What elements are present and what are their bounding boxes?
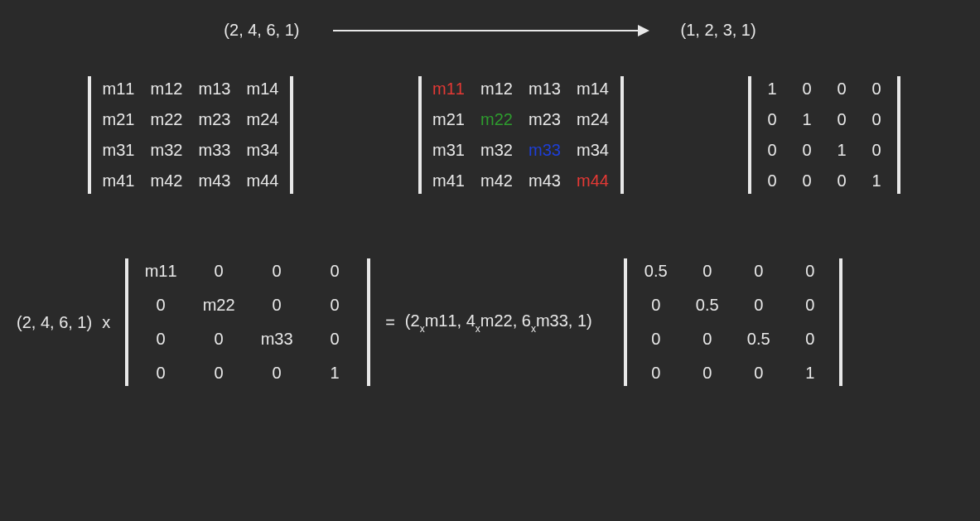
arrow-right-icon	[333, 30, 648, 31]
matrix-row: 0 0 0 1	[760, 171, 889, 191]
matrix-cell: m34	[244, 141, 282, 160]
output-tuple: (1, 2, 3, 1)	[681, 21, 756, 40]
matrix-cell: 0	[829, 110, 854, 129]
matrix-cell: m22	[195, 296, 243, 315]
matrix-cell: 0	[635, 364, 677, 383]
matrix-row: m21 m22 m23 m24	[99, 110, 282, 129]
matrix-cell: 0	[311, 330, 359, 349]
matrix-cell: 0	[687, 364, 728, 383]
bracket-left-icon	[418, 76, 422, 194]
matrix-cell: 1	[311, 364, 359, 383]
matrix-cell: m42	[147, 171, 186, 191]
matrix-cell-m33: m33	[526, 141, 564, 160]
matrix-cell: 1	[760, 80, 784, 99]
bracket-right-icon	[839, 258, 842, 386]
bracket-left-icon	[125, 258, 128, 386]
matrix-row: m11 m12 m13 m14	[99, 80, 282, 99]
bracket-right-icon	[290, 76, 293, 194]
matrix-row: m31 m32 m33 m34	[99, 141, 282, 160]
multiply-sign: x	[102, 313, 110, 332]
matrix-cell-m44: m44	[574, 171, 612, 191]
matrix-cell: 0	[195, 364, 243, 383]
matrix-row: 0 1 0 0	[760, 110, 889, 129]
matrix-row: m21 m22 m23 m24	[430, 110, 612, 129]
matrix-cell: 0	[253, 296, 301, 315]
equation-result: (2xm11, 4xm22, 6xm33, 1)	[405, 311, 592, 333]
matrix-cell: m34	[574, 141, 612, 160]
result-part: m22, 6	[480, 311, 531, 330]
matrix-cell: 0.5	[738, 330, 780, 349]
matrix-cell: 0	[195, 330, 243, 349]
matrix-cell: 0	[137, 364, 185, 383]
matrix-body: m11 0 0 0 0 m22 0 0 0 0 m33 0 0 0 0 1	[133, 255, 362, 389]
matrix-cell: m11	[137, 262, 185, 281]
matrix-cell: m14	[574, 80, 612, 99]
matrix-row: 0 0 m33 0	[137, 330, 359, 349]
result-part: m11, 4	[425, 311, 476, 330]
matrix-body: 0.5 0 0 0 0 0.5 0 0 0 0 0.5 0 0 0 0 1	[632, 255, 834, 389]
matrix-cell: 0	[311, 262, 359, 281]
matrix-identity: 1 0 0 0 0 1 0 0 0 0 1 0 0 0 0 1	[743, 73, 905, 197]
matrix-row: m31 m32 m33 m34	[430, 141, 612, 160]
matrix-cell: 0	[137, 296, 185, 315]
matrix-cell: m31	[430, 141, 468, 160]
equation-row: (2, 4, 6, 1) x m11 0 0 0 0 m22 0 0 0 0 m…	[0, 197, 980, 389]
matrix-cell: 1	[864, 171, 889, 191]
equation-vector: (2, 4, 6, 1)	[17, 313, 92, 332]
result-part: (2	[405, 311, 420, 330]
matrix-cell: 0	[738, 364, 780, 383]
matrices-row: m11 m12 m13 m14 m21 m22 m23 m24 m31 m32 …	[0, 73, 980, 197]
matrix-cell: 0	[738, 296, 780, 315]
matrix-cell: 0	[738, 262, 780, 281]
matrix-cell: 0	[789, 330, 831, 349]
matrix-cell: 0	[794, 80, 819, 99]
matrix-cell: 0.5	[635, 262, 677, 281]
matrix-generic: m11 m12 m13 m14 m21 m22 m23 m24 m31 m32 …	[83, 73, 298, 197]
matrix-cell: 0	[253, 364, 301, 383]
matrix-cell: m24	[244, 110, 282, 129]
matrix-cell: m23	[196, 110, 234, 129]
matrix-cell: m33	[253, 330, 301, 349]
matrix-cell: 0	[789, 296, 831, 315]
matrix-cell: m13	[526, 80, 564, 99]
matrix-cell: 0	[789, 262, 831, 281]
equals-sign: =	[385, 313, 395, 332]
matrix-diagonal: m11 0 0 0 0 m22 0 0 0 0 m33 0 0 0 0 1	[120, 255, 375, 389]
matrix-row: 0 m22 0 0	[137, 296, 359, 315]
subscript-x: x	[531, 323, 536, 335]
matrix-cell: m21	[430, 110, 468, 129]
matrix-row: m11 0 0 0	[137, 262, 359, 281]
matrix-cell: m31	[99, 141, 138, 160]
matrix-cell: m12	[147, 80, 186, 99]
matrix-cell: m24	[574, 110, 612, 129]
input-tuple: (2, 4, 6, 1)	[224, 21, 299, 40]
matrix-cell: 0	[635, 330, 677, 349]
matrix-cell: m23	[526, 110, 564, 129]
matrix-row: m41 m42 m43 m44	[430, 171, 612, 191]
matrix-cell: 0	[760, 110, 784, 129]
bracket-left-icon	[88, 76, 91, 194]
matrix-row: 0.5 0 0 0	[635, 262, 831, 281]
bracket-right-icon	[367, 258, 370, 386]
matrix-cell: 0	[195, 262, 243, 281]
matrix-cell: 1	[794, 110, 819, 129]
matrix-cell-m22: m22	[478, 110, 516, 129]
matrix-row: 0 0.5 0 0	[635, 296, 831, 315]
matrix-cell: 0	[864, 80, 889, 99]
matrix-cell: 0	[829, 80, 854, 99]
matrix-cell: m33	[196, 141, 234, 160]
matrix-cell: m21	[99, 110, 138, 129]
bracket-right-icon	[897, 76, 900, 194]
matrix-cell: 0	[635, 296, 677, 315]
matrix-cell: m32	[147, 141, 186, 160]
matrix-cell: m22	[147, 110, 186, 129]
matrix-cell: m12	[478, 80, 516, 99]
matrix-cell: 1	[829, 141, 854, 160]
bracket-left-icon	[748, 76, 751, 194]
matrix-cell: m42	[478, 171, 516, 191]
subscript-x: x	[420, 323, 425, 335]
matrix-half-scale: 0.5 0 0 0 0 0.5 0 0 0 0 0.5 0 0 0 0 1	[619, 255, 847, 389]
matrix-cell: m43	[196, 171, 234, 191]
matrix-cell: m41	[430, 171, 468, 191]
matrix-cell: m43	[526, 171, 564, 191]
